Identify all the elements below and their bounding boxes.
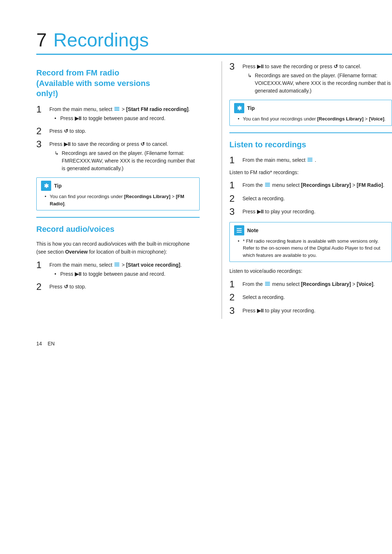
fm-listen-step3: 3 Press ▶II to play your recording.	[229, 206, 392, 217]
listen-fm-label: Listen to FM radio* recordings:	[229, 168, 392, 176]
chapter-header: 7 Recordings	[36, 29, 392, 55]
footer-page: 14	[36, 341, 42, 346]
section2-heading: Record audio/voices	[36, 224, 200, 235]
left-column: Record from FM radio(Available with some…	[36, 61, 207, 319]
section-divider-1	[36, 217, 200, 218]
fm-step3: 3 Press ▶II to save the recording or pre…	[36, 139, 200, 172]
voice-step1: 1 From the main menu, select > [Start vo…	[36, 260, 200, 279]
tip-icon-2: ✱	[234, 103, 244, 113]
note-box: Note * FM radio recording feature is ava…	[229, 222, 392, 262]
fm-step1-sub: Press ▶II to toggle between pause and re…	[54, 115, 200, 122]
menu-icon-voice	[114, 262, 122, 268]
menu-icon-voice-listen	[264, 281, 272, 287]
right-column: 3 Press ▶II to save the recording or pre…	[221, 61, 392, 319]
tip-box-2: ✱ Tip You can find your recordings under…	[229, 100, 392, 126]
page-footer: 14 EN	[36, 341, 392, 346]
menu-icon-fm	[264, 182, 272, 188]
tip2-text: You can find your recordings under [Reco…	[238, 115, 387, 123]
voice-step3-right: 3 Press ▶II to save the recording or pre…	[229, 61, 392, 95]
fm-listen-step2: 2 Select a recording.	[229, 193, 392, 204]
voice-listen-step1: 1 From the menu select [Recordings Libra…	[229, 279, 392, 290]
note-icon	[234, 225, 244, 235]
tip1-text: You can find your recordings under [Reco…	[45, 193, 195, 207]
section2-body: This is how you can record audio/voices …	[36, 240, 200, 256]
tip-box-1: ✱ Tip You can find your recordings under…	[36, 177, 200, 210]
listen-step1: 1 From the main menu, select .	[229, 155, 392, 165]
voice-step1-sub: Press ▶II to toggle between pause and re…	[54, 270, 200, 278]
listen-voice-label: Listen to voice/audio recordings:	[229, 267, 392, 275]
voice-listen-step2: 2 Select a recording.	[229, 292, 392, 303]
fm-step3-arrow: Recordings are saved on the player. (Fil…	[54, 149, 200, 172]
fm-step2: 2 Press ↺ to stop.	[36, 126, 200, 136]
section1-heading: Record from FM radio(Available with some…	[36, 68, 200, 99]
voice-step2: 2 Press ↺ to stop.	[36, 282, 200, 292]
menu-icon-listen	[307, 157, 315, 163]
fm-listen-step1: 1 From the menu select [Recordings Libra…	[229, 180, 392, 190]
chapter-title: Recordings	[53, 29, 149, 51]
menu-icon	[114, 106, 122, 112]
voice-listen-step3: 3 Press ▶II to play your recording.	[229, 305, 392, 316]
section-divider-2	[229, 132, 392, 133]
note-text: * FM radio recording feature is availabl…	[238, 238, 387, 259]
fm-step1: 1 From the main menu, select > [Start FM…	[36, 104, 200, 123]
tip-icon: ✱	[41, 181, 51, 191]
footer-lang: EN	[48, 341, 54, 346]
voice-step3-arrow: Recordings are saved on the player. (Fil…	[248, 72, 392, 95]
section3-heading: Listen to recordings	[229, 140, 392, 150]
chapter-number: 7	[36, 29, 47, 51]
